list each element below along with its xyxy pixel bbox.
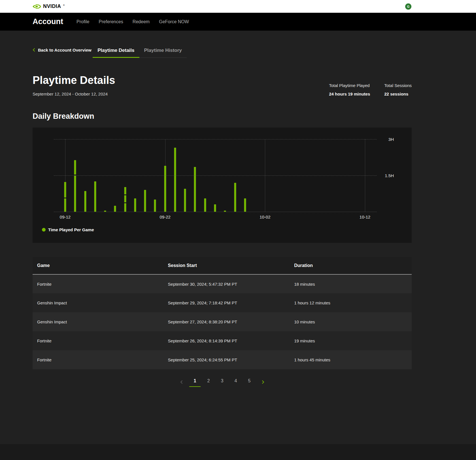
chart-bar-09-23[interactable] — [174, 148, 176, 212]
bar-segment — [64, 198, 66, 212]
tab-playtime-details[interactable]: Playtime Details — [93, 45, 139, 58]
pagination: 12345 — [33, 377, 412, 387]
summary-stats: Total Playtime Played24 hours 19 minutes… — [329, 83, 412, 96]
bar-segment — [114, 206, 116, 212]
stat-value: 22 sessions — [384, 92, 412, 96]
y-axis-label: 3H — [388, 137, 394, 142]
chart-legend: Time Played Per Game — [42, 227, 412, 232]
chart-bar-09-22[interactable] — [164, 166, 166, 212]
chart-bar-09-20[interactable] — [144, 190, 146, 212]
stat-label: Total Sessions — [384, 83, 412, 88]
bar-segment — [244, 198, 246, 212]
tab-playtime-history[interactable]: Playtime History — [139, 45, 187, 58]
cell-duration: 1 hours 45 minutes — [290, 350, 412, 369]
bar-segment — [194, 167, 196, 212]
chart-bar-09-19[interactable] — [134, 198, 136, 212]
cell-session-start: September 26, 2024; 8:14:39 PM PT — [163, 331, 290, 350]
chart-bar-09-15[interactable] — [94, 181, 96, 212]
bar-segment — [124, 203, 126, 212]
page-button-5[interactable]: 5 — [244, 377, 255, 387]
title-row: Playtime Details September 12, 2024 - Oc… — [33, 74, 412, 96]
cell-session-start: September 30, 2024; 5:47:32 PM PT — [163, 274, 290, 293]
previous-page-button[interactable] — [176, 377, 187, 387]
x-axis-label: 10-02 — [260, 215, 270, 219]
table-row: Genshin ImpactSeptember 29, 2024; 7:18:4… — [33, 293, 412, 312]
bar-segment — [64, 182, 66, 198]
table-row: FortniteSeptember 26, 2024; 8:14:39 PM P… — [33, 331, 412, 350]
chart-bar-09-30[interactable] — [244, 198, 246, 212]
bar-segment — [164, 166, 166, 212]
bar-segment — [144, 190, 146, 212]
chart-bar-09-24[interactable] — [184, 189, 186, 212]
back-to-account-overview-link[interactable]: Back to Account Overview — [33, 48, 92, 52]
page-button-2[interactable]: 2 — [203, 377, 214, 387]
chart-bar-09-13[interactable] — [74, 160, 76, 212]
nav-link-profile[interactable]: Profile — [76, 19, 89, 24]
main-content: Back to Account Overview Playtime Detail… — [33, 31, 412, 387]
y-gridline — [54, 212, 377, 212]
chart-bar-09-14[interactable] — [84, 191, 86, 212]
bar-segment — [134, 198, 136, 212]
chevron-left-icon — [180, 380, 183, 384]
chart-bar-09-17[interactable] — [114, 206, 116, 212]
top-header: NVIDIA ® G — [0, 0, 476, 13]
x-axis-label: 09-22 — [160, 215, 170, 219]
page-button-4[interactable]: 4 — [230, 377, 241, 387]
nav-link-redeem[interactable]: Redeem — [133, 19, 150, 24]
chart-bar-09-25[interactable] — [194, 167, 196, 212]
page-button-3[interactable]: 3 — [216, 377, 228, 387]
nav-link-geforce-now[interactable]: GeForce NOW — [159, 19, 189, 24]
section-title-daily-breakdown: Daily Breakdown — [33, 112, 412, 121]
stat-total-playtime-played: Total Playtime Played24 hours 19 minutes — [329, 83, 370, 96]
nav-links: ProfilePreferencesRedeemGeForce NOW — [76, 19, 189, 24]
table-row: FortniteSeptember 30, 2024; 5:47:32 PM P… — [33, 274, 412, 293]
legend-label: Time Played Per Game — [48, 227, 94, 232]
cell-session-start: September 27, 2024; 8:38:20 PM PT — [163, 312, 290, 331]
bar-segment — [174, 148, 176, 212]
chart-bar-09-29[interactable] — [234, 183, 236, 212]
stat-total-sessions: Total Sessions22 sessions — [384, 83, 412, 96]
cell-game: Genshin Impact — [33, 312, 163, 331]
bar-segment — [74, 160, 76, 175]
chart-bar-09-18[interactable] — [124, 187, 126, 212]
bar-segment — [124, 187, 126, 194]
page-button-1[interactable]: 1 — [189, 377, 201, 387]
stat-value: 24 hours 19 minutes — [329, 92, 370, 96]
table-head: GameSession StartDuration — [33, 257, 412, 274]
bar-segment — [154, 200, 156, 212]
chart-bar-09-27[interactable] — [214, 204, 216, 212]
main-nav: Account ProfilePreferencesRedeemGeForce … — [0, 13, 476, 31]
footer-band — [0, 444, 476, 460]
cell-duration: 19 minutes — [290, 331, 412, 350]
stat-label: Total Playtime Played — [329, 83, 370, 88]
x-axis-label: 09-12 — [60, 215, 71, 219]
legend-dot-icon — [42, 228, 46, 232]
date-range: September 12, 2024 - October 12, 2024 — [33, 92, 115, 96]
chart-bar-09-12[interactable] — [64, 182, 66, 212]
chevron-left-icon — [33, 48, 35, 52]
chevron-right-icon — [262, 380, 264, 384]
cell-game: Fortnite — [33, 274, 163, 293]
sessions-table: GameSession StartDuration FortniteSeptem… — [33, 257, 412, 369]
cell-session-start: September 29, 2024; 7:18:42 PM PT — [163, 293, 290, 312]
cell-game: Fortnite — [33, 331, 163, 350]
nav-title: Account — [33, 17, 63, 26]
bar-segment — [124, 195, 126, 203]
pagination-pages: 12345 — [189, 377, 255, 387]
nvidia-logo[interactable]: NVIDIA ® — [33, 3, 65, 9]
column-header-session-start: Session Start — [163, 257, 290, 274]
cell-duration: 1 hours 12 minutes — [290, 293, 412, 312]
next-page-button[interactable] — [257, 377, 269, 387]
page-title: Playtime Details — [33, 74, 115, 86]
nav-link-preferences[interactable]: Preferences — [99, 19, 123, 24]
bar-segment — [94, 181, 96, 212]
column-header-game: Game — [33, 257, 163, 274]
nvidia-eye-icon — [33, 4, 41, 9]
chart-bar-09-21[interactable] — [154, 200, 156, 212]
title-block: Playtime Details September 12, 2024 - Oc… — [33, 74, 115, 96]
column-header-duration: Duration — [290, 257, 412, 274]
chart-bar-09-26[interactable] — [204, 198, 206, 212]
table-header-row: GameSession StartDuration — [33, 257, 412, 274]
table-row: Genshin ImpactSeptember 27, 2024; 8:38:2… — [33, 312, 412, 331]
avatar[interactable]: G — [405, 3, 411, 10]
